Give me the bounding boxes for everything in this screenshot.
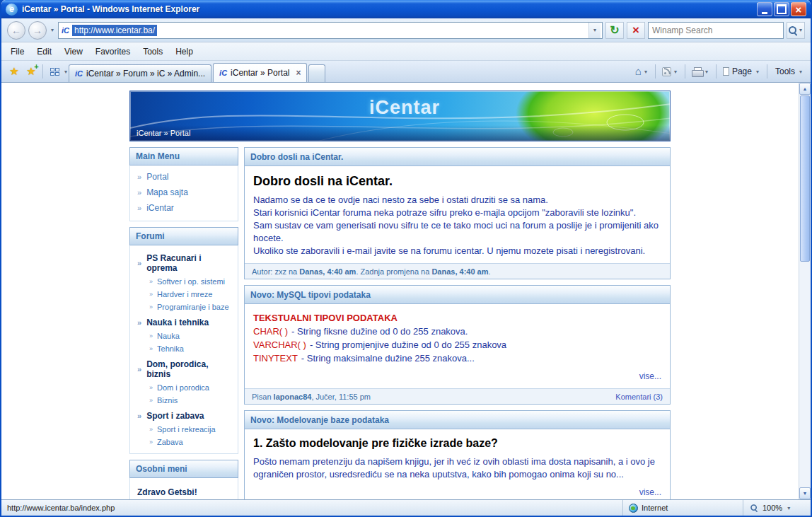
favorites-star-icon <box>9 65 18 78</box>
arrow-bullet-icon <box>149 385 153 391</box>
minimize-button[interactable] <box>757 2 772 16</box>
sidebar-item-portal[interactable]: Portal <box>132 169 236 185</box>
internet-globe-icon <box>629 504 638 513</box>
stop-button[interactable] <box>627 22 645 39</box>
search-options-icon <box>798 27 804 33</box>
address-input[interactable]: iC http://www.icentar.ba/ <box>58 22 603 39</box>
comments-link[interactable]: Komentari (3) <box>615 393 663 401</box>
forum-subitem-label: Softver i op. sistemi <box>157 277 225 286</box>
close-tab-icon[interactable] <box>293 68 301 78</box>
forum-category-label: Sport i zabava <box>146 411 204 421</box>
search-input[interactable] <box>649 25 783 35</box>
arrow-bullet-icon <box>137 319 141 327</box>
quick-tabs-button[interactable] <box>46 63 63 80</box>
tab-list-dropdown-icon[interactable] <box>63 69 69 75</box>
arrow-bullet-icon <box>149 426 153 433</box>
close-button[interactable] <box>791 2 806 16</box>
divider <box>716 64 717 79</box>
menu-help[interactable]: Help <box>169 45 199 59</box>
back-button[interactable] <box>7 21 25 40</box>
forums-box: Forumi PS Racunari i oprema Softver i op… <box>129 227 238 454</box>
maximize-button[interactable] <box>774 2 789 16</box>
tab-label: iCentar » Portal <box>231 68 289 78</box>
forum-subitem-tehnika[interactable]: Tehnika <box>132 342 236 355</box>
forum-category-racunari[interactable]: PS Racunari i oprema <box>132 249 236 275</box>
forum-subitem-dom-porodica[interactable]: Dom i porodica <box>132 381 236 394</box>
tools-menu-label: Tools <box>774 66 796 76</box>
forum-subitem-nauka[interactable]: Nauka <box>132 330 236 342</box>
divider <box>42 64 43 79</box>
status-url: http://www.icentar.ba/index.php <box>1 504 622 512</box>
divider <box>655 64 656 79</box>
printer-icon <box>692 67 702 76</box>
favorites-center-button[interactable] <box>6 63 23 80</box>
print-button[interactable] <box>689 63 712 80</box>
zoom-level: 100% <box>762 504 782 512</box>
arrow-bullet-icon <box>149 439 153 446</box>
forward-button[interactable] <box>28 21 47 40</box>
menu-favorites[interactable]: Favorites <box>89 45 137 59</box>
article-text: Pošto nemam pretenziju da napišem knjigu… <box>253 455 661 481</box>
vertical-scrollbar[interactable] <box>799 83 811 499</box>
article-paragraph: Stari korisnici iCentar foruma neka potr… <box>253 207 661 219</box>
title-bar: iCentar » Portal - Windows Internet Expl… <box>1 0 811 18</box>
add-favorite-button[interactable] <box>23 63 40 80</box>
forum-subitem-hardver[interactable]: Hardver i mreze <box>132 288 236 301</box>
menu-file[interactable]: File <box>4 45 30 59</box>
forum-category-label: Nauka i tehnika <box>146 318 209 327</box>
tab-portal[interactable]: iC iCentar » Portal <box>213 63 307 82</box>
article-paragraph: Ukoliko ste zaboravili i e-mail javite s… <box>253 245 661 257</box>
read-more-link[interactable]: vise... <box>253 370 661 383</box>
article-byline: Pisan laponac84, Jučer, 11:55 pm <box>252 393 371 401</box>
read-more-link[interactable]: vise... <box>253 486 661 499</box>
sidebar-item-mapa-sajta[interactable]: Mapa sajta <box>132 185 236 200</box>
sidebar: Main Menu Portal Mapa sajta iCentar Foru… <box>129 147 238 499</box>
scroll-up-button[interactable] <box>799 83 811 95</box>
new-tab-button[interactable] <box>308 64 325 82</box>
main-menu-title: Main Menu <box>129 147 238 165</box>
forum-subitem-softver[interactable]: Softver i op. sistemi <box>132 275 236 288</box>
forum-category-dom[interactable]: Dom, porodica, biznis <box>132 355 236 381</box>
sidebar-item-label: iCentar <box>146 203 174 213</box>
tab-forum[interactable]: iC iCentar » Forum » iC » Admin... <box>69 64 211 82</box>
menu-tools[interactable]: Tools <box>137 45 169 59</box>
refresh-button[interactable] <box>605 22 624 39</box>
chevron-down-icon <box>673 69 678 75</box>
home-button[interactable] <box>632 63 651 80</box>
forum-subitem-label: Hardver i mreze <box>157 290 212 298</box>
arrow-bullet-icon <box>137 366 141 373</box>
divider <box>685 64 685 79</box>
address-url-text: http://www.icentar.ba/ <box>72 25 157 36</box>
scrollbar-track[interactable] <box>799 262 811 487</box>
forum-subitem-label: Tehnika <box>157 344 184 353</box>
page-menu-button[interactable]: Page <box>720 63 763 80</box>
scrollbar-thumb[interactable] <box>800 95 810 262</box>
forum-subitem-biznis[interactable]: Biznis <box>132 394 236 407</box>
scroll-down-button[interactable] <box>799 487 811 499</box>
forum-category-sport[interactable]: Sport i zabava <box>132 407 236 423</box>
sidebar-item-icentar[interactable]: iCentar <box>132 200 236 216</box>
chevron-down-icon <box>786 505 791 511</box>
chevron-down-icon <box>643 69 649 75</box>
browser-window: iCentar » Portal - Windows Internet Expl… <box>0 0 812 517</box>
address-dropdown-button[interactable] <box>588 23 601 38</box>
article-mysql: Novo: MySQL tipovi podataka TEKSTUALNI T… <box>244 285 671 405</box>
menu-edit[interactable]: Edit <box>30 45 58 59</box>
web-page: iCentar iCentar » Portal Main Menu Porta… <box>1 83 799 499</box>
zoom-control[interactable]: 100% <box>743 500 811 516</box>
breadcrumb[interactable]: iCentar » Portal <box>137 129 190 137</box>
feeds-button[interactable] <box>659 63 681 80</box>
sql-type-row: TINYTEXT- String maksimalne dužine 255 z… <box>253 352 661 365</box>
forum-category-nauka[interactable]: Nauka i tehnika <box>132 313 236 330</box>
refresh-icon <box>610 23 619 37</box>
forum-category-label: PS Racunari i oprema <box>146 253 231 273</box>
tools-menu-button[interactable]: Tools <box>771 63 806 80</box>
search-go-button[interactable] <box>787 22 805 39</box>
forum-subitem-label: Sport i rekreacija <box>157 425 216 434</box>
history-dropdown-icon[interactable] <box>50 27 55 33</box>
forum-subitem-zabava[interactable]: Zabava <box>132 436 236 448</box>
menu-view[interactable]: View <box>58 45 89 59</box>
forum-subitem-sport-rekreacija[interactable]: Sport i rekreacija <box>132 423 236 436</box>
arrow-bullet-icon <box>137 412 141 420</box>
forum-subitem-programiranje[interactable]: Programiranje i baze <box>132 301 236 313</box>
